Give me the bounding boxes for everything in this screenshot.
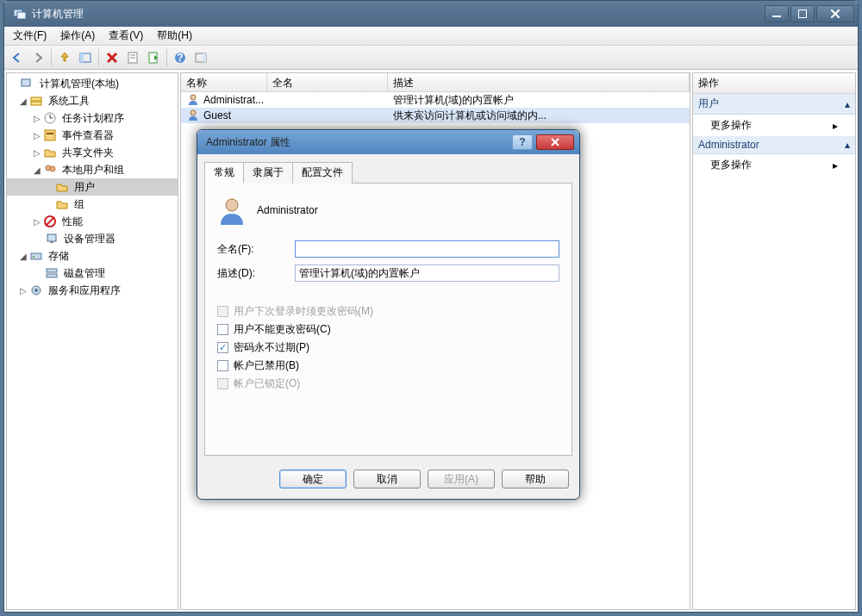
tree-shared-folders[interactable]: ▷共享文件夹: [7, 144, 178, 161]
svg-point-33: [33, 256, 34, 258]
properties-dialog: Administrator 属性 ? 常规 隶属于 配置文件 Administr…: [197, 129, 580, 500]
chevron-right-icon: ▸: [833, 159, 838, 171]
apply-button[interactable]: 应用(A): [428, 470, 495, 488]
checkbox-icon: [217, 378, 228, 389]
tree-device-manager[interactable]: 设备管理器: [7, 230, 178, 247]
dialog-help-button[interactable]: ?: [512, 134, 533, 150]
tabstrip: 常规 隶属于 配置文件: [197, 154, 579, 183]
actions-header: 操作: [693, 73, 855, 94]
desc-input[interactable]: [295, 264, 559, 282]
svg-point-43: [226, 199, 238, 211]
actions-pane: 操作 用户▴ 更多操作▸ Administrator▴ 更多操作▸: [692, 72, 856, 610]
tree-disk-management[interactable]: 磁盘管理: [7, 264, 178, 282]
svg-rect-34: [47, 269, 57, 272]
menubar: 文件(F) 操作(A) 查看(V) 帮助(H): [4, 27, 858, 46]
up-button[interactable]: [55, 48, 74, 67]
app-icon: [13, 7, 27, 21]
checkbox-icon: [217, 324, 228, 335]
tree-task-scheduler[interactable]: ▷任务计划程序: [7, 109, 178, 127]
list-row-administrator[interactable]: Administrat... 管理计算机(域)的内置帐户: [181, 92, 690, 108]
user-icon: [186, 93, 200, 107]
export-button[interactable]: [144, 48, 163, 67]
username-label: Administrator: [257, 204, 318, 216]
dialog-help-bottom-button[interactable]: 帮助: [502, 470, 569, 488]
main-window-titlebar[interactable]: 计算机管理: [4, 1, 858, 27]
menu-file[interactable]: 文件(F): [6, 27, 53, 45]
dialog-title: Administrator 属性: [203, 135, 512, 150]
check-cannot-change[interactable]: 用户不能更改密码(C): [217, 322, 559, 337]
tab-memberof[interactable]: 隶属于: [243, 162, 293, 184]
cancel-button[interactable]: 取消: [353, 470, 421, 488]
check-must-change: 用户下次登录时须更改密码(M): [217, 304, 559, 319]
close-button[interactable]: [816, 5, 854, 22]
svg-rect-32: [31, 253, 41, 259]
tree-systools[interactable]: ◢系统工具: [7, 92, 178, 109]
collapse-icon: ▴: [845, 98, 850, 110]
minimize-button[interactable]: [765, 5, 789, 22]
check-account-disabled[interactable]: 帐户已禁用(B): [217, 358, 559, 373]
help-button[interactable]: ?: [171, 48, 190, 67]
maximize-button[interactable]: [790, 5, 815, 22]
tree-storage[interactable]: ◢存储: [7, 247, 178, 264]
delete-button[interactable]: [103, 48, 122, 67]
col-desc[interactable]: 描述: [388, 73, 690, 91]
svg-rect-24: [45, 130, 55, 140]
check-account-locked: 帐户已锁定(O): [217, 376, 559, 391]
fullname-input[interactable]: [295, 240, 559, 258]
tree-pane: 计算机管理(本地) ◢系统工具 ▷任务计划程序 ▷事件查看器 ▷共享文件夹 ◢本…: [6, 72, 178, 610]
check-never-expire[interactable]: 密码永不过期(P): [217, 340, 559, 355]
dialog-titlebar[interactable]: Administrator 属性 ?: [197, 130, 579, 154]
tree-root[interactable]: 计算机管理(本地): [7, 75, 178, 92]
svg-rect-3: [798, 9, 807, 18]
svg-line-29: [46, 217, 54, 226]
svg-rect-25: [47, 133, 53, 134]
checkbox-icon: [217, 342, 228, 353]
tree-local-users-groups[interactable]: ◢本地用户和组: [7, 161, 178, 178]
svg-rect-7: [80, 53, 84, 62]
svg-rect-2: [772, 16, 781, 17]
desc-label: 描述(D):: [217, 266, 295, 281]
dialog-close-button[interactable]: [536, 134, 574, 150]
forward-button[interactable]: [28, 48, 47, 67]
fullname-label: 全名(F):: [217, 242, 295, 257]
svg-rect-17: [203, 53, 206, 62]
svg-point-38: [191, 95, 196, 100]
tree-groups[interactable]: 组: [7, 196, 178, 213]
svg-point-27: [50, 166, 55, 171]
collapse-icon: ▴: [845, 139, 850, 151]
menu-action[interactable]: 操作(A): [53, 27, 102, 45]
svg-rect-18: [22, 79, 30, 86]
actions-section-users[interactable]: 用户▴: [693, 94, 855, 115]
toolbar: ?: [4, 46, 858, 70]
svg-text:?: ?: [177, 52, 183, 64]
menu-help[interactable]: 帮助(H): [150, 27, 199, 45]
properties-button[interactable]: [123, 48, 142, 67]
tab-profile[interactable]: 配置文件: [292, 162, 353, 184]
actions-section-administrator[interactable]: Administrator▴: [693, 136, 855, 154]
actions-more-2[interactable]: 更多操作▸: [693, 154, 855, 176]
action-pane-button[interactable]: [191, 48, 210, 67]
back-button[interactable]: [8, 48, 27, 67]
list-header: 名称 全名 描述: [181, 73, 690, 92]
show-hide-tree-button[interactable]: [76, 48, 95, 67]
col-name[interactable]: 名称: [181, 73, 267, 91]
menu-view[interactable]: 查看(V): [102, 27, 150, 45]
svg-rect-30: [47, 234, 56, 241]
checkbox-icon: [217, 360, 228, 371]
tree-performance[interactable]: ▷性能: [7, 213, 178, 230]
svg-rect-19: [31, 97, 41, 101]
tree-services-apps[interactable]: ▷服务和应用程序: [7, 282, 178, 299]
svg-point-37: [34, 289, 38, 292]
actions-more-1[interactable]: 更多操作▸: [693, 115, 855, 136]
col-fullname[interactable]: 全名: [267, 73, 388, 91]
list-row-guest[interactable]: Guest 供来宾访问计算机或访问域的内...: [181, 108, 690, 123]
tree-event-viewer[interactable]: ▷事件查看器: [7, 127, 178, 144]
svg-point-39: [191, 110, 196, 115]
window-title: 计算机管理: [32, 7, 765, 22]
tab-general[interactable]: 常规: [204, 162, 244, 184]
svg-rect-35: [47, 274, 57, 277]
tab-page-general: Administrator 全名(F): 描述(D): 用户下次登录时须更改密码…: [204, 183, 572, 456]
svg-rect-1: [17, 12, 26, 19]
tree-users[interactable]: 用户: [7, 178, 178, 196]
ok-button[interactable]: 确定: [279, 470, 347, 488]
